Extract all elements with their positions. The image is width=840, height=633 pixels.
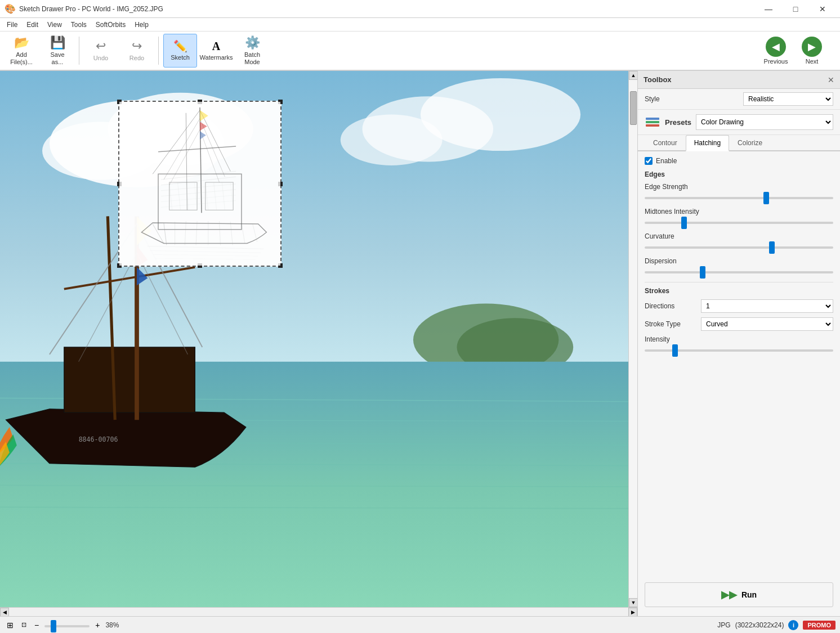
close-button[interactable]: ✕	[810, 0, 835, 18]
edge-strength-row: Edge Strength	[645, 183, 833, 201]
app-icon: 🎨	[5, 3, 16, 14]
menu-file[interactable]: File	[2, 20, 22, 30]
save-as-button[interactable]: 💾 Saveas...	[41, 33, 74, 68]
svg-rect-73	[646, 121, 659, 123]
menu-tools[interactable]: Tools	[66, 20, 91, 30]
previous-button[interactable]: ◀ Previous	[759, 37, 793, 65]
midtones-intensity-label: Midtones Intensity	[645, 208, 833, 216]
presets-label: Presets	[665, 118, 691, 127]
stroke-type-row: Stroke Type Curved Straight Wavy	[645, 317, 833, 331]
next-button[interactable]: ▶ Next	[795, 37, 829, 65]
background-scene: 8846-00706	[0, 71, 637, 616]
status-format: JPG	[717, 621, 730, 629]
svg-rect-74	[646, 124, 659, 127]
midtones-intensity-row: Midtones Intensity	[645, 208, 833, 226]
save-as-label: Saveas...	[50, 51, 64, 66]
redo-icon: ↪	[132, 39, 142, 53]
curvature-label: Curvature	[645, 232, 833, 240]
horizontal-scrollbar[interactable]: ◀ ▶	[0, 607, 637, 616]
batch-mode-button[interactable]: ⚙️ BatchMode	[235, 33, 269, 68]
canvas-area[interactable]: 8846-00706	[0, 71, 637, 616]
minimize-button[interactable]: —	[756, 0, 781, 18]
status-right: JPG (3022x3022x24) i PROMO	[717, 620, 835, 630]
previous-label: Previous	[764, 58, 788, 65]
edge-strength-slider[interactable]	[645, 197, 833, 199]
presets-row: Presets Color Drawing Pencil Sketch Wate…	[638, 110, 840, 135]
curvature-row: Curvature	[645, 232, 833, 250]
vscroll-down-button[interactable]: ▼	[629, 598, 637, 607]
zoom-slider-area[interactable]	[44, 621, 90, 629]
sketch-selection[interactable]	[118, 101, 282, 267]
menu-help[interactable]: Help	[130, 20, 153, 30]
style-row: Style Realistic Artistic Classic	[638, 89, 840, 110]
sketch-button[interactable]: ✏️ Sketch	[163, 34, 197, 68]
tab-hatching[interactable]: Hatching	[686, 135, 729, 151]
enable-row: Enable	[645, 157, 833, 165]
intensity-row: Intensity	[645, 335, 833, 353]
sketch-art	[119, 102, 280, 266]
batch-mode-label: BatchMode	[244, 51, 260, 66]
redo-label: Redo	[129, 55, 144, 62]
save-as-icon: 💾	[50, 35, 65, 50]
sketch-icon: ✏️	[173, 39, 187, 53]
watermarks-button[interactable]: A Watermarks	[199, 34, 233, 68]
vscroll-up-button[interactable]: ▲	[629, 71, 637, 80]
next-icon: ▶	[802, 37, 822, 57]
zoom-slider[interactable]	[44, 625, 90, 627]
run-label: Run	[741, 590, 757, 599]
svg-rect-16	[64, 347, 195, 412]
svg-rect-72	[646, 118, 659, 120]
toolbar-separator-2	[158, 37, 159, 65]
promo-button[interactable]: PROMO	[803, 621, 835, 630]
vertical-scrollbar[interactable]: ▲ ▼	[628, 71, 637, 607]
menu-view[interactable]: View	[43, 20, 66, 30]
add-files-label: AddFile(s)...	[10, 51, 33, 66]
zoom-value: 38%	[105, 621, 119, 629]
zoom-fit-button[interactable]: ⊡	[19, 620, 29, 630]
zoom-out-button[interactable]: −	[32, 619, 41, 631]
add-files-button[interactable]: 📂 AddFile(s)...	[5, 33, 38, 68]
directions-label: Directions	[645, 302, 701, 310]
canvas-background: 8846-00706	[0, 71, 637, 616]
status-bar: ⊞ ⊡ − + 38% JPG (3022x3022x24) i PROMO	[0, 616, 840, 633]
sketch-label: Sketch	[171, 54, 190, 61]
vscroll-thumb[interactable]	[630, 91, 637, 125]
style-select[interactable]: Realistic Artistic Classic	[743, 92, 833, 106]
dispersion-slider[interactable]	[645, 271, 833, 273]
edge-strength-label: Edge Strength	[645, 183, 833, 191]
toolbox-close-button[interactable]: ✕	[828, 75, 834, 84]
undo-label: Undo	[93, 55, 108, 62]
menu-softorbits[interactable]: SoftOrbits	[91, 20, 130, 30]
curvature-slider[interactable]	[645, 246, 833, 249]
zoom-in-button[interactable]: +	[93, 619, 102, 631]
directions-select[interactable]: 1 2 3 4	[701, 299, 833, 313]
style-label: Style	[645, 95, 660, 103]
enable-checkbox[interactable]	[645, 157, 653, 165]
dispersion-row: Dispersion	[645, 257, 833, 275]
tabs-bar: Contour Hatching Colorize	[638, 135, 840, 151]
maximize-button[interactable]: □	[783, 0, 808, 18]
svg-text:8846-00706: 8846-00706	[79, 436, 118, 443]
hscroll-right-button[interactable]: ▶	[628, 608, 637, 617]
menu-edit[interactable]: Edit	[22, 20, 43, 30]
zoom-page-button[interactable]: ⊞	[5, 619, 16, 631]
hscroll-left-button[interactable]: ◀	[0, 608, 9, 617]
toolbar-separator-1	[79, 37, 79, 65]
intensity-slider[interactable]	[645, 349, 833, 352]
status-left: ⊞ ⊡ − + 38%	[5, 619, 119, 631]
tab-contour[interactable]: Contour	[645, 135, 686, 151]
svg-point-6	[421, 78, 580, 151]
stroke-type-select[interactable]: Curved Straight Wavy	[701, 317, 833, 331]
presets-select[interactable]: Color Drawing Pencil Sketch Watercolor O…	[696, 114, 833, 130]
watermarks-label: Watermarks	[200, 54, 233, 61]
info-button[interactable]: i	[788, 620, 798, 630]
tab-colorize[interactable]: Colorize	[729, 135, 771, 151]
batch-mode-icon: ⚙️	[245, 35, 260, 50]
run-button[interactable]: ▶▶ Run	[645, 582, 833, 607]
redo-button[interactable]: ↪ Redo	[120, 34, 154, 68]
undo-button[interactable]: ↩ Undo	[84, 34, 118, 68]
stroke-type-label: Stroke Type	[645, 320, 701, 328]
title-bar: 🎨 Sketch Drawer Pro - PC World - IMG_205…	[0, 0, 840, 18]
tab-content-hatching: Enable Edges Edge Strength Midtones Inte…	[638, 151, 840, 366]
midtones-intensity-slider[interactable]	[645, 222, 833, 224]
